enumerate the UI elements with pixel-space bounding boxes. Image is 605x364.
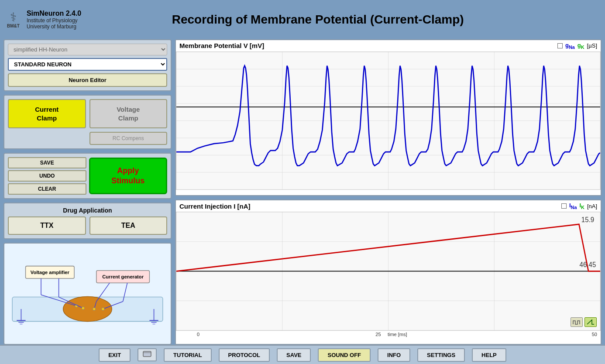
apply-stimulus-button[interactable]: ApplyStimulus [89,158,168,195]
legend-checkbox-top[interactable] [557,43,563,48]
chart-bottom-legend: INa IK [nA] [561,202,597,210]
voltage-clamp-button[interactable]: VoltageClamp [89,99,168,128]
help-button[interactable]: HELP [472,348,506,362]
chart-top-header: Membrane Potential V [mV] gNa gK [µS] [176,40,601,52]
svg-point-11 [82,307,84,309]
bottom-toolbar: EXIT TUTORIAL PROTOCOL SAVE SOUND OFF IN… [0,345,605,364]
neuron-model-dropdown[interactable]: STANDARD NEURON [8,58,167,71]
ttx-button[interactable]: TTX [8,216,86,235]
current-injection-chart: Current Injection I [nA] INa IK [nA] 20 … [175,199,602,345]
svg-rect-54 [143,351,151,357]
neuron-type-row: simplified HH-Neuron [8,44,167,55]
drug-application-title: Drug Application [8,207,167,214]
chart-bottom-title: Current Injection I [nA] [179,203,251,210]
save-undo-clear-group: SAVE UNDO CLEAR [8,157,86,195]
legend-ik: IK [579,202,584,210]
svg-text:Voltage amplifier: Voltage amplifier [31,270,70,275]
square-wave-button[interactable] [571,317,583,327]
drug-application-box: Drug Application TTX TEA [3,203,172,239]
svg-point-17 [102,308,104,310]
legend-gk: gK [578,42,584,50]
legend-gna: gNa [565,42,575,50]
clamp-section: CurrentClamp VoltageClamp RC Compens [8,99,167,145]
action-section-box: SAVE UNDO CLEAR ApplyStimulus [3,153,172,199]
x-label-25: 25 time [ms] [375,332,407,337]
main-content: simplified HH-Neuron STANDARD NEURON Neu… [0,39,605,345]
undo-button[interactable]: UNDO [8,170,86,182]
current-clamp-button[interactable]: CurrentClamp [8,99,86,128]
diagram-box: Voltage amplifier Current generator [3,243,172,345]
chart-area-bottom: 15.9 46.45 [176,212,601,331]
chart-top-title: Membrane Potential V [mV] [179,42,264,49]
svg-text:Current generator: Current generator [102,274,144,279]
neuron-diagram-svg: Voltage amplifier Current generator [8,247,167,340]
chart-area-top [176,52,601,190]
exit-button[interactable]: EXIT [99,348,131,362]
clamp-section-box: CurrentClamp VoltageClamp RC Compens [3,95,172,149]
sound-off-button[interactable]: SOUND OFF [318,348,371,362]
neuron-model-row: STANDARD NEURON [8,58,167,71]
minimize-button[interactable] [138,348,157,361]
main-title: Recording of Membrane Potential (Current… [38,13,598,27]
tutorial-button[interactable]: TUTORIAL [164,348,211,362]
header: ⚕ BM&T SimNeuron 2.4.0 Institute of Phys… [0,0,605,39]
clear-button[interactable]: CLEAR [8,183,86,195]
info-button[interactable]: INFO [378,348,410,362]
tea-button[interactable]: TEA [89,216,168,235]
chart-top-legend: gNa gK [µS] [557,42,597,50]
settings-button[interactable]: SETTINGS [417,348,465,362]
neuron-type-dropdown[interactable]: simplified HH-Neuron [8,44,167,55]
chart-bottom-header: Current Injection I [nA] INa IK [nA] [176,200,601,212]
current-injection-svg: 15.9 46.45 [176,212,600,330]
toolbar-save-button[interactable]: SAVE [277,348,311,362]
rc-compens-button[interactable]: RC Compens [89,132,168,145]
right-panel: Membrane Potential V [mV] gNa gK [µS] 80… [175,39,602,345]
svg-text:15.9: 15.9 [581,216,594,223]
caduceus-icon: ⚕ [10,11,17,24]
x-label-0: 0 [197,332,199,337]
protocol-button[interactable]: PROTOCOL [219,348,270,362]
svg-point-14 [93,308,96,310]
ramp-wave-button[interactable] [584,317,597,327]
neuron-editor-button[interactable]: Neuron Editor [8,73,167,87]
membrane-potential-svg [176,52,600,189]
waveform-icon-buttons [571,317,597,327]
legend-unit-top: [µS] [587,42,597,49]
legend-checkbox-bottom[interactable] [561,203,567,209]
action-section: SAVE UNDO CLEAR ApplyStimulus [8,157,167,195]
left-panel: simplified HH-Neuron STANDARD NEURON Neu… [3,39,172,345]
x-axis-bottom: 0 25 time [ms] 50 [176,331,601,337]
header-logo: ⚕ BM&T [7,11,20,28]
legend-ina: INa [569,202,577,210]
drug-buttons: TTX TEA [8,216,167,235]
logo-bmt-label: BM&T [7,24,20,28]
svg-text:46.45: 46.45 [580,261,596,268]
save-button[interactable]: SAVE [8,157,86,168]
membrane-potential-chart: Membrane Potential V [mV] gNa gK [µS] 80… [175,39,602,196]
x-label-50: 50 [592,332,597,337]
legend-unit-bottom: [nA] [587,203,597,209]
neuron-selector-box: simplified HH-Neuron STANDARD NEURON Neu… [3,39,172,91]
x-time-label: time [ms] [388,332,407,337]
